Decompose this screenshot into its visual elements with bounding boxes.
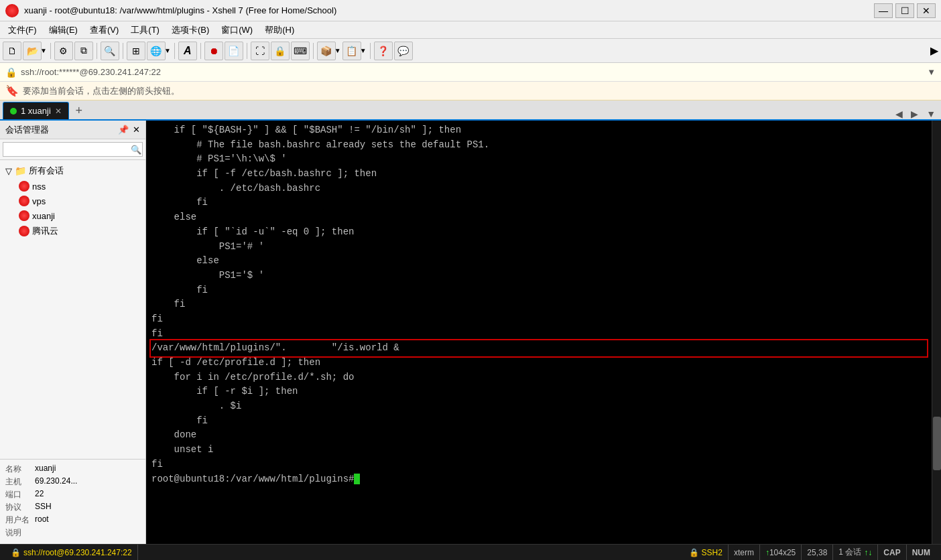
- toolbar-script-btn[interactable]: 📄: [225, 42, 243, 60]
- terminal-line: if [ "${BASH-}" ] && [ "$BASH" != "/bin/…: [151, 123, 926, 138]
- terminal-line: fi: [151, 312, 926, 327]
- terminal-line: PS1='# ': [151, 240, 926, 255]
- toolbar-fullscreen-btn[interactable]: ⛶: [251, 42, 269, 60]
- tab-close-button[interactable]: ✕: [55, 107, 62, 116]
- terminal-line: unset i: [151, 443, 926, 458]
- toolbar-keyboard-btn[interactable]: ⌨: [291, 42, 310, 60]
- terminal-line: fi: [151, 297, 926, 312]
- toolbar-transfer-arrow[interactable]: ▼: [334, 47, 341, 54]
- toolbar-screen-btn[interactable]: ⊞: [127, 42, 145, 60]
- session-tree: ▽ 📁 所有会话 nss vps xuanji 腾讯云: [0, 160, 145, 459]
- status-cap-item: CAP: [878, 545, 906, 560]
- terminal-line: if [ "`id -u`" -eq 0 ]; then: [151, 225, 926, 240]
- status-position: 25,38: [807, 548, 827, 557]
- toolbar-copy-btn[interactable]: ⧉: [74, 42, 93, 60]
- app-icon: [5, 4, 19, 17]
- minimize-button[interactable]: —: [874, 3, 893, 18]
- tree-item-nss[interactable]: nss: [0, 179, 145, 194]
- menu-window[interactable]: 窗口(W): [216, 23, 258, 38]
- toolbar: 🗋 📂 ▼ ⚙ ⧉ 🔍 ⊞ 🌐 ▼ A ⏺ 📄 ⛶ 🔒 ⌨ 📦 ▼ 📋 ▼ ❓ …: [0, 39, 941, 63]
- menu-file[interactable]: 文件(F): [3, 23, 42, 38]
- tab-xuanji[interactable]: 1 xuanji ✕: [3, 102, 69, 119]
- tab-label: 1 xuanji: [21, 106, 51, 116]
- menu-bar: 文件(F) 编辑(E) 查看(V) 工具(T) 选项卡(B) 窗口(W) 帮助(…: [0, 21, 941, 39]
- menu-tab[interactable]: 选项卡(B): [166, 23, 214, 38]
- terminal-scrollbar[interactable]: [932, 121, 941, 544]
- tree-item-label: 腾讯云: [32, 225, 58, 237]
- info-value: 22: [35, 489, 44, 500]
- status-terminal-item: xterm: [729, 545, 760, 560]
- status-ssh-text: ssh://root@69.230.241.247:22: [23, 548, 132, 557]
- toolbar-settings-btn[interactable]: ⚙: [54, 42, 73, 60]
- status-num-text: NUM: [912, 548, 930, 557]
- main-area: 会话管理器 📌 ✕ 🔍 ▽ 📁 所有会话 nss vps: [0, 121, 941, 544]
- sidebar-pin-icon[interactable]: 📌: [118, 125, 129, 135]
- menu-edit[interactable]: 编辑(E): [44, 23, 83, 38]
- tab-add-button[interactable]: +: [70, 102, 88, 119]
- toolbar-connect-btn[interactable]: 🌐: [147, 42, 166, 60]
- tree-item-label: vps: [32, 196, 46, 206]
- toolbar-extra-btn[interactable]: 📋: [342, 42, 361, 60]
- toolbar-right-arrow[interactable]: ▶: [930, 44, 938, 57]
- toolbar-help-btn[interactable]: ❓: [374, 42, 393, 60]
- tree-item-icon: [19, 196, 29, 206]
- toolbar-record-btn[interactable]: ⏺: [204, 42, 223, 60]
- terminal-line: . $i: [151, 399, 926, 414]
- toolbar-font-btn[interactable]: A: [178, 42, 197, 60]
- menu-tools[interactable]: 工具(T): [125, 23, 165, 38]
- ssh-arrow[interactable]: ▼: [927, 67, 936, 77]
- status-arrow-down-icon: ↓: [868, 548, 872, 557]
- tree-root-item[interactable]: ▽ 📁 所有会话: [0, 163, 145, 179]
- info-bar-text: 要添加当前会话，点击左侧的箭头按钮。: [23, 85, 180, 97]
- status-ssh-item: 🔒 ssh://root@69.230.241.247:22: [5, 545, 138, 560]
- toolbar-connect-arrow[interactable]: ▼: [164, 47, 171, 54]
- toolbar-sep-2: [97, 43, 97, 59]
- toolbar-sep-4: [174, 43, 175, 59]
- status-sessions: 1 会话: [838, 547, 861, 558]
- toolbar-connect-dropdown: 🌐 ▼: [147, 42, 171, 60]
- terminal-line: root@ubuntu18:/var/www/html/plugins#: [151, 472, 926, 487]
- toolbar-new-btn[interactable]: 🗋: [3, 42, 21, 60]
- ssh-address: ssh://root:******@69.230.241.247:22: [21, 67, 161, 77]
- maximize-button[interactable]: ☐: [895, 3, 914, 18]
- toolbar-open-btn[interactable]: 📂: [23, 42, 42, 60]
- terminal-line: PS1='$ ': [151, 269, 926, 283]
- status-terminal-type: xterm: [734, 548, 754, 557]
- toolbar-extra-arrow[interactable]: ▼: [360, 47, 367, 54]
- info-value: xuanji: [35, 464, 56, 475]
- menu-help[interactable]: 帮助(H): [259, 23, 300, 38]
- toolbar-extra-dropdown: 📋 ▼: [342, 42, 367, 60]
- tree-item-tencentcloud[interactable]: 腾讯云: [0, 223, 145, 239]
- status-sessions-item: 1 会话 ↑ ↓: [833, 545, 878, 560]
- status-num-item: NUM: [907, 545, 936, 560]
- info-row-name: 名称 xuanji: [5, 464, 140, 475]
- toolbar-search-btn[interactable]: 🔍: [101, 42, 119, 60]
- info-label: 主机: [5, 476, 32, 488]
- terminal-line: fi: [151, 327, 926, 342]
- toolbar-lock-btn[interactable]: 🔒: [271, 42, 290, 60]
- menu-view[interactable]: 查看(V): [84, 23, 124, 38]
- toolbar-transfer-btn[interactable]: 📦: [317, 42, 336, 60]
- sidebar-title: 会话管理器: [5, 124, 49, 136]
- sidebar-close-icon[interactable]: ✕: [133, 125, 140, 135]
- tab-next-button[interactable]: ▶: [908, 109, 921, 119]
- terminal-line: fi: [151, 414, 926, 429]
- toolbar-chat-btn[interactable]: 💬: [394, 42, 413, 60]
- terminal[interactable]: if [ "${BASH-}" ] && [ "$BASH" != "/bin/…: [146, 121, 932, 544]
- tree-folder-icon: 📁: [15, 165, 26, 176]
- close-button[interactable]: ✕: [917, 3, 936, 18]
- tab-more-button[interactable]: ▼: [924, 109, 938, 119]
- toolbar-open-dropdown: 📂 ▼: [23, 42, 47, 60]
- tree-item-label: xuanji: [32, 211, 55, 221]
- terminal-line: . /etc/bash.bashrc: [151, 182, 926, 196]
- tab-nav: ◀ ▶ ▼: [893, 109, 938, 119]
- tree-item-vps[interactable]: vps: [0, 194, 145, 208]
- info-label: 协议: [5, 502, 32, 513]
- toolbar-open-arrow[interactable]: ▼: [40, 47, 47, 54]
- tab-prev-button[interactable]: ◀: [893, 109, 905, 119]
- sidebar-search-input[interactable]: [3, 142, 143, 157]
- terminal-wrapper: if [ "${BASH-}" ] && [ "$BASH" != "/bin/…: [146, 121, 941, 544]
- tree-item-xuanji[interactable]: xuanji: [0, 208, 145, 223]
- tree-item-icon: [19, 226, 29, 236]
- scrollbar-thumb[interactable]: [933, 417, 941, 470]
